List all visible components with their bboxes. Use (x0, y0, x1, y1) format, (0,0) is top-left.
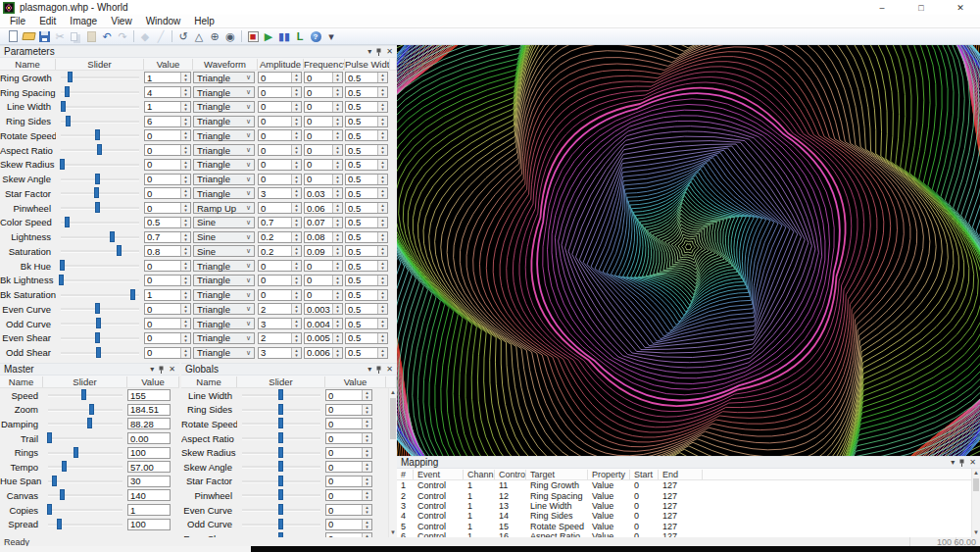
waveform-select[interactable]: Ramp Up∨ (193, 202, 255, 214)
slider-thumb[interactable] (278, 418, 283, 428)
spin-down-icon[interactable]: ▾ (181, 92, 190, 97)
spin-down-icon[interactable]: ▾ (292, 165, 301, 170)
param-value-input[interactable] (145, 319, 180, 328)
spin-down-icon[interactable]: ▾ (181, 223, 190, 227)
spin-down-icon[interactable]: ▾ (378, 251, 387, 256)
master-value-input[interactable] (127, 404, 171, 416)
slider-thumb[interactable] (60, 260, 65, 271)
slider-thumb[interactable] (278, 504, 283, 515)
param-slider[interactable] (61, 192, 139, 194)
param-slider[interactable] (48, 480, 122, 482)
param-frequency-input[interactable] (305, 261, 332, 271)
param-frequency-input[interactable] (305, 130, 332, 140)
param-slider[interactable] (48, 509, 122, 511)
cone-tool-icon[interactable]: △ (191, 29, 207, 44)
param-amplitude-input[interactable] (259, 261, 291, 271)
spin-down-icon[interactable]: ▾ (363, 481, 371, 486)
param-slider[interactable] (242, 466, 320, 468)
param-slider[interactable] (242, 394, 320, 396)
param-amplitude-input[interactable] (259, 160, 291, 170)
spin-down-icon[interactable]: ▾ (378, 295, 387, 300)
param-frequency-input[interactable] (305, 304, 332, 314)
param-frequency-input[interactable] (305, 117, 332, 126)
spin-down-icon[interactable]: ▾ (363, 525, 371, 529)
param-slider[interactable] (61, 134, 139, 136)
spin-down-icon[interactable]: ▾ (378, 107, 387, 112)
param-slider[interactable] (48, 466, 122, 468)
spin-down-icon[interactable]: ▾ (333, 150, 342, 155)
slider-thumb[interactable] (97, 144, 102, 155)
globals-value-input[interactable] (326, 419, 362, 428)
pane-pin-icon[interactable] (375, 48, 382, 56)
globals-value-input[interactable] (326, 390, 362, 400)
mapping-caption[interactable]: Mapping ▾ ✕ (397, 456, 980, 469)
help-about-icon[interactable] (308, 29, 323, 44)
globals-value-input[interactable] (326, 490, 362, 500)
spin-down-icon[interactable]: ▾ (292, 179, 301, 184)
param-value-input[interactable] (145, 73, 180, 82)
spin-down-icon[interactable]: ▾ (378, 280, 387, 285)
open-file-icon[interactable] (21, 29, 36, 44)
menu-item-window[interactable]: Window (139, 16, 188, 26)
slider-thumb[interactable] (87, 418, 92, 428)
pane-pin-icon[interactable] (375, 366, 382, 374)
spin-down-icon[interactable]: ▾ (378, 223, 387, 227)
spin-down-icon[interactable]: ▾ (292, 223, 301, 227)
mapping-row[interactable]: 1Control111Ring GrowthValue0127 (397, 480, 980, 490)
param-amplitude-input[interactable] (259, 333, 291, 343)
spin-down-icon[interactable]: ▾ (378, 208, 387, 213)
param-pulsewidth-input[interactable] (346, 175, 377, 184)
slider-thumb[interactable] (95, 129, 100, 140)
pane-menu-icon[interactable]: ▾ (951, 459, 955, 467)
spin-down-icon[interactable]: ▾ (378, 324, 387, 328)
pane-close-icon[interactable]: ✕ (169, 366, 175, 374)
param-slider[interactable] (61, 149, 139, 151)
slider-thumb[interactable] (278, 489, 283, 500)
spin-down-icon[interactable]: ▾ (378, 266, 387, 271)
spin-down-icon[interactable]: ▾ (181, 280, 190, 285)
param-value-input[interactable] (145, 290, 180, 300)
spin-down-icon[interactable]: ▾ (181, 122, 190, 126)
spin-down-icon[interactable]: ▾ (181, 295, 190, 300)
spin-down-icon[interactable]: ▾ (292, 193, 301, 198)
param-amplitude-input[interactable] (259, 102, 291, 112)
param-slider[interactable] (61, 236, 139, 238)
param-value-input[interactable] (145, 87, 180, 97)
param-slider[interactable] (48, 524, 122, 526)
waveform-select[interactable]: Sine∨ (193, 245, 255, 257)
param-value-input[interactable] (145, 130, 180, 140)
close-button[interactable]: ✕ (941, 0, 980, 15)
spin-down-icon[interactable]: ▾ (363, 424, 371, 428)
param-value-input[interactable] (145, 102, 180, 112)
pane-pin-icon[interactable] (158, 366, 165, 374)
spin-down-icon[interactable]: ▾ (292, 353, 301, 358)
spin-down-icon[interactable]: ▾ (292, 208, 301, 213)
master-value-input[interactable] (127, 461, 171, 473)
mapping-row[interactable]: 5Control115Rotate SpeedValue0127 (397, 522, 980, 531)
spin-down-icon[interactable]: ▾ (181, 208, 190, 213)
param-slider[interactable] (61, 279, 139, 281)
menu-item-help[interactable]: Help (187, 16, 221, 26)
spin-down-icon[interactable]: ▾ (333, 295, 342, 300)
minimize-button[interactable]: – (862, 0, 902, 15)
mapping-row[interactable]: 3Control113Line WidthValue0127 (397, 501, 980, 511)
mapping-scrollbar[interactable]: ▲ ▼ (971, 469, 980, 537)
param-slider[interactable] (48, 394, 122, 396)
pane-menu-icon[interactable]: ▾ (150, 366, 154, 374)
master-value-input[interactable] (127, 389, 171, 401)
param-frequency-input[interactable] (305, 348, 332, 358)
spin-down-icon[interactable]: ▾ (292, 338, 301, 343)
slider-thumb[interactable] (278, 519, 283, 529)
menu-item-image[interactable]: Image (63, 16, 104, 26)
slider-thumb[interactable] (130, 289, 135, 300)
param-pulsewidth-input[interactable] (346, 348, 377, 358)
spin-down-icon[interactable]: ▾ (378, 353, 387, 358)
spin-down-icon[interactable]: ▾ (378, 179, 387, 184)
param-pulsewidth-input[interactable] (346, 261, 377, 271)
param-amplitude-input[interactable] (259, 175, 291, 184)
spin-down-icon[interactable]: ▾ (181, 77, 190, 82)
param-slider[interactable] (48, 494, 122, 496)
param-amplitude-input[interactable] (259, 188, 291, 198)
param-slider[interactable] (61, 294, 139, 296)
new-file-icon[interactable] (5, 29, 21, 44)
